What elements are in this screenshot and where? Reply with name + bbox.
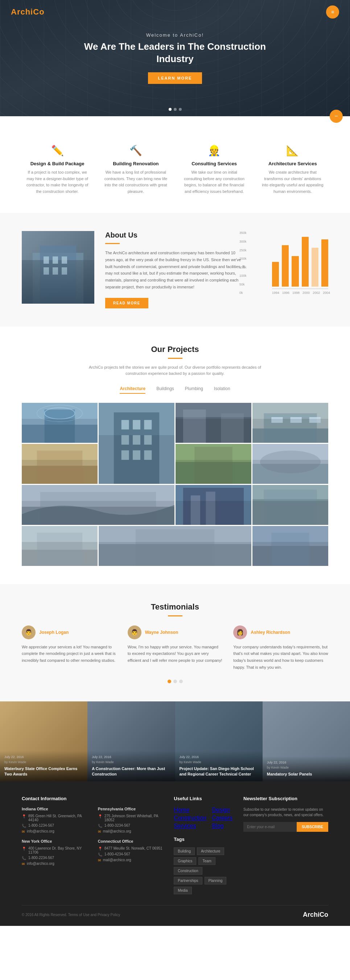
service-desc-2: We have a long list of professional cont… xyxy=(104,169,168,195)
footer-indiana-office: Indiana Office 📍 895 Green Hill St. Gree… xyxy=(22,807,87,834)
testimonial-dot-1[interactable] xyxy=(168,679,171,683)
chart-label-2002: 2002 xyxy=(313,291,320,294)
footer-link-construction[interactable]: Construction xyxy=(174,815,206,821)
svg-rect-3 xyxy=(44,256,49,264)
footer-link-home[interactable]: Home xyxy=(174,807,206,813)
testimonial-dot-3[interactable] xyxy=(179,679,183,683)
testimonial-text-1: We appreciate your services a lot! You m… xyxy=(22,644,117,664)
hero-cta-button[interactable]: LEARN MORE xyxy=(148,72,203,84)
tag-graphics[interactable]: Graphics xyxy=(174,857,196,865)
project-item-1[interactable] xyxy=(22,403,98,443)
project-item-5[interactable] xyxy=(22,444,98,484)
svg-rect-4 xyxy=(52,256,58,264)
service-icon-4: 📐 xyxy=(261,145,325,157)
scroll-button[interactable]: − xyxy=(330,110,343,123)
svg-rect-2 xyxy=(22,260,94,304)
tag-construction[interactable]: Construction xyxy=(174,867,202,875)
pa-phone: 📞 1-800-3234-567 xyxy=(98,823,163,828)
footer-link-design[interactable]: Design xyxy=(212,807,233,813)
project-item-13[interactable] xyxy=(252,526,328,566)
project-item-12[interactable] xyxy=(99,526,251,566)
svg-rect-59 xyxy=(136,529,214,566)
footer-newyork-office: New York Office 📍 400 Lawrence Dr. Bay S… xyxy=(22,839,87,866)
about-read-more-button[interactable]: READ MORE xyxy=(105,298,148,309)
footer: Contact Information Indiana Office 📍 895… xyxy=(0,781,350,926)
email-icon-1: ✉ xyxy=(22,830,25,834)
logo[interactable]: ArchiCo xyxy=(11,7,44,17)
svg-rect-58 xyxy=(99,544,251,566)
footer-logo[interactable]: ArchiCo xyxy=(303,911,328,919)
project-item-10[interactable] xyxy=(252,485,328,525)
menu-button[interactable]: ≡ xyxy=(326,5,339,19)
service-item-2: 🔨 Building Renovation We have a long lis… xyxy=(100,141,171,198)
project-item-3[interactable] xyxy=(176,403,251,443)
location-icon-1: 📍 xyxy=(22,815,26,818)
tab-isolation[interactable]: Isolation xyxy=(214,386,230,394)
news-item-1[interactable]: July 22, 2016 by Kevin Wade Waterbury St… xyxy=(0,702,87,781)
testimonials-title: Testimonials xyxy=(22,602,328,612)
news-item-2[interactable]: July 22, 2016 by Kevin Wade A Constructi… xyxy=(87,702,175,781)
phone-icon-1: 📞 xyxy=(22,824,26,828)
project-item-8[interactable] xyxy=(22,485,174,525)
footer-link-services[interactable]: Services xyxy=(174,823,206,829)
tab-buildings[interactable]: Buildings xyxy=(156,386,174,394)
chart-label-2004: 2004 xyxy=(323,291,330,294)
services-section: ✏️ Design & Build Package If a project i… xyxy=(0,123,350,213)
project-img-8 xyxy=(22,485,174,525)
tag-building[interactable]: Building xyxy=(174,848,195,855)
about-section: About Us The ArchiCo architecture and co… xyxy=(0,213,350,326)
service-item-1: ✏️ Design & Build Package If a project i… xyxy=(22,141,93,198)
news-author-4: by Kevin Wade xyxy=(267,766,346,769)
news-overlay-1: July 22, 2016 by Kevin Wade Waterbury St… xyxy=(0,751,87,782)
testimonial-item-2: 👨 Wayne Johnson Wow, I'm so happy with y… xyxy=(128,625,223,671)
footer-link-blog[interactable]: Blog xyxy=(212,823,233,829)
testimonial-dot-2[interactable] xyxy=(173,679,177,683)
tag-media[interactable]: Media xyxy=(174,887,192,894)
indiana-email: ✉ info@archico.org xyxy=(22,829,87,834)
project-item-4[interactable] xyxy=(252,403,328,443)
svg-rect-24 xyxy=(144,450,152,460)
tag-partnerships[interactable]: Partnerships xyxy=(174,877,202,885)
avatar-emoji-2: 👨 xyxy=(131,629,138,636)
svg-rect-27 xyxy=(183,409,206,443)
project-tabs: Architecture Buildings Plumbing Isolatio… xyxy=(22,386,328,394)
testimonial-author-3: 👩 Ashley Richardson xyxy=(233,625,328,639)
tab-architecture[interactable]: Architecture xyxy=(120,386,146,394)
tab-plumbing[interactable]: Plumbing xyxy=(185,386,203,394)
footer-newsletter: Newsletter Subscription Subscribe to our… xyxy=(243,796,328,894)
project-item-7[interactable] xyxy=(252,444,328,484)
project-item-9[interactable] xyxy=(176,485,251,525)
project-img-9 xyxy=(176,485,251,525)
testimonial-item-3: 👩 Ashley Richardson Your company underst… xyxy=(233,625,328,671)
chart-bar-1998 xyxy=(291,256,298,286)
chart-bar-2000 xyxy=(302,237,309,287)
svg-rect-33 xyxy=(290,417,302,423)
svg-rect-42 xyxy=(252,464,328,484)
newyork-office-name: New York Office xyxy=(22,839,87,843)
chart-y-label-50k: 50k xyxy=(239,283,247,286)
footer-link-careers[interactable]: Careers xyxy=(212,815,233,821)
news-title-4: Mandatory Solar Panels xyxy=(267,772,346,777)
newsletter-subscribe-button[interactable]: SUBSCRIBE xyxy=(297,822,328,832)
tag-architecture[interactable]: Architecture xyxy=(197,848,224,855)
testimonials-section: Testimonials 👨 Joseph Logan We appreciat… xyxy=(0,584,350,702)
tag-planning[interactable]: Planning xyxy=(204,877,227,885)
news-item-4[interactable]: July 22, 2016 by Kevin Wade Mandatory So… xyxy=(263,702,350,781)
project-item-6[interactable] xyxy=(176,444,251,484)
news-item-3[interactable]: July 22, 2016 by Kevin Wade Project Upda… xyxy=(175,702,263,781)
chart-bar-2002 xyxy=(312,248,318,286)
project-item-2[interactable] xyxy=(99,403,174,484)
service-icon-2: 🔨 xyxy=(104,145,168,157)
svg-rect-56 xyxy=(37,533,82,566)
newsletter-email-input[interactable] xyxy=(243,822,297,832)
author-avatar-1: 👨 xyxy=(22,625,36,639)
project-img-6 xyxy=(176,444,251,484)
chart-label-1994: 1994 xyxy=(272,291,279,294)
tag-team[interactable]: Team xyxy=(198,857,215,865)
projects-description: ArchiCo projects tell the stories we are… xyxy=(84,364,266,377)
svg-rect-62 xyxy=(271,533,309,566)
about-text: The ArchiCo architecture and constructio… xyxy=(105,250,245,290)
scroll-icon: − xyxy=(334,113,338,119)
chart-label-1996: 1996 xyxy=(282,291,290,294)
project-item-11[interactable] xyxy=(22,526,98,566)
